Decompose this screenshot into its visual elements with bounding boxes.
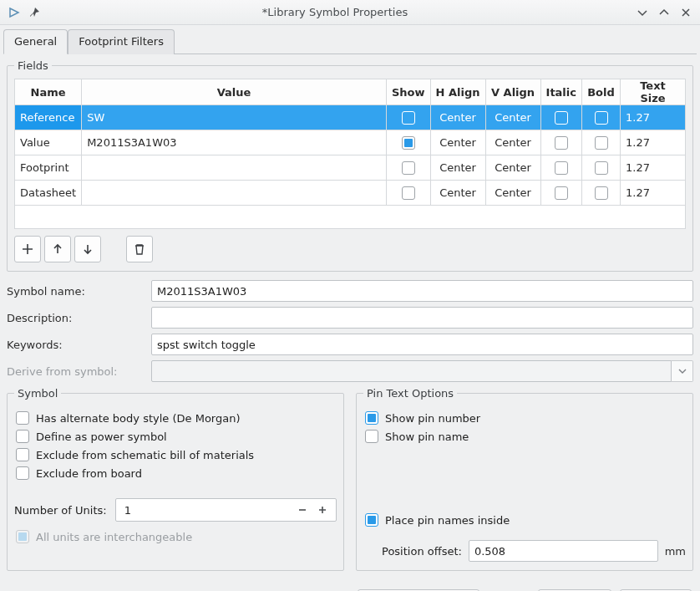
position-offset-unit: mm [665, 545, 686, 558]
show-pin-number-checkbox[interactable]: Show pin number [365, 411, 684, 425]
window-title: *Library Symbol Properties [42, 6, 628, 18]
checkbox-icon [16, 466, 29, 480]
pin-options-legend: Pin Text Options [363, 387, 457, 400]
bold-checkbox[interactable] [595, 161, 608, 175]
derive-dropdown-button[interactable] [672, 360, 693, 382]
move-up-button[interactable] [44, 236, 71, 262]
move-down-button[interactable] [74, 236, 101, 262]
col-name[interactable]: Name [15, 79, 82, 105]
position-offset-input[interactable] [469, 540, 658, 562]
keywords-input[interactable] [151, 334, 693, 355]
show-checkbox[interactable] [402, 186, 415, 200]
description-input[interactable] [151, 307, 693, 329]
alt-body-checkbox[interactable]: Has alternate body style (De Morgan) [16, 411, 335, 425]
svg-marker-0 [10, 8, 18, 17]
italic-checkbox[interactable] [555, 136, 568, 150]
col-valign[interactable]: V Align [485, 79, 540, 105]
maximize-button[interactable] [657, 5, 672, 20]
bold-checkbox[interactable] [595, 111, 608, 125]
bold-checkbox[interactable] [595, 136, 608, 150]
show-pin-name-checkbox[interactable]: Show pin name [365, 430, 684, 443]
symbol-group: Symbol Has alternate body style (De Morg… [7, 387, 344, 571]
show-checkbox[interactable] [402, 111, 415, 125]
symbol-name-label: Symbol name: [7, 285, 145, 298]
checkbox-icon [365, 513, 378, 527]
checkbox-icon [365, 430, 378, 443]
units-decrement[interactable] [292, 500, 312, 520]
pin-icon[interactable] [27, 5, 42, 20]
table-row[interactable]: DatasheetCenterCenter1.27 [15, 181, 686, 206]
table-row[interactable]: ReferenceSWCenterCenter1.27 [15, 105, 686, 130]
power-symbol-checkbox[interactable]: Define as power symbol [16, 430, 335, 443]
show-checkbox[interactable] [402, 136, 415, 150]
checkbox-icon [16, 530, 29, 543]
fields-legend: Fields [14, 59, 52, 72]
tab-footprint-filters[interactable]: Footprint Filters [68, 29, 175, 54]
symbol-legend: Symbol [14, 387, 61, 400]
col-value[interactable]: Value [82, 79, 387, 105]
checkbox-icon [16, 448, 29, 461]
checkbox-icon [16, 430, 29, 443]
col-show[interactable]: Show [386, 79, 430, 105]
minimize-button[interactable] [635, 5, 650, 20]
col-tsize[interactable]: Text Size [621, 79, 686, 105]
units-label: Number of Units: [14, 504, 107, 517]
table-row[interactable]: FootprintCenterCenter1.27 [15, 155, 686, 181]
derive-input [151, 360, 672, 382]
tab-general[interactable]: General [3, 29, 68, 54]
units-spinner[interactable] [115, 498, 337, 522]
derive-label: Derive from symbol: [7, 365, 145, 378]
table-row[interactable]: ValueM2011S3A1W03CenterCenter1.27 [15, 130, 686, 155]
position-offset-label: Position offset: [382, 545, 462, 558]
checkbox-icon [365, 411, 378, 425]
description-label: Description: [7, 312, 145, 324]
symbol-name-input[interactable] [151, 280, 693, 302]
exclude-bom-checkbox[interactable]: Exclude from schematic bill of materials [16, 448, 335, 461]
interchangeable-checkbox: All units are interchangeable [16, 530, 335, 543]
add-field-button[interactable] [14, 236, 41, 262]
place-inside-checkbox[interactable]: Place pin names inside [365, 513, 684, 527]
keywords-label: Keywords: [7, 339, 145, 351]
dialog-button-bar: Edit Spice Model... Cancel OK [0, 586, 700, 591]
units-input[interactable] [123, 503, 292, 517]
app-icon [7, 5, 22, 20]
fields-group: Fields Name Value Show H Align V Align I… [7, 59, 693, 272]
col-bold[interactable]: Bold [582, 79, 621, 105]
pin-options-group: Pin Text Options Show pin number Show pi… [356, 387, 693, 571]
italic-checkbox[interactable] [555, 161, 568, 175]
close-button[interactable] [678, 5, 693, 20]
col-italic[interactable]: Italic [540, 79, 581, 105]
delete-field-button[interactable] [126, 236, 153, 262]
window-titlebar: *Library Symbol Properties [0, 0, 700, 25]
italic-checkbox[interactable] [555, 111, 568, 125]
show-checkbox[interactable] [402, 161, 415, 175]
col-halign[interactable]: H Align [430, 79, 485, 105]
tab-strip: General Footprint Filters [3, 28, 697, 54]
checkbox-icon [16, 411, 29, 425]
units-increment[interactable] [312, 500, 332, 520]
fields-table[interactable]: Name Value Show H Align V Align Italic B… [14, 79, 686, 229]
italic-checkbox[interactable] [555, 186, 568, 200]
exclude-board-checkbox[interactable]: Exclude from board [16, 466, 335, 480]
bold-checkbox[interactable] [595, 186, 608, 200]
